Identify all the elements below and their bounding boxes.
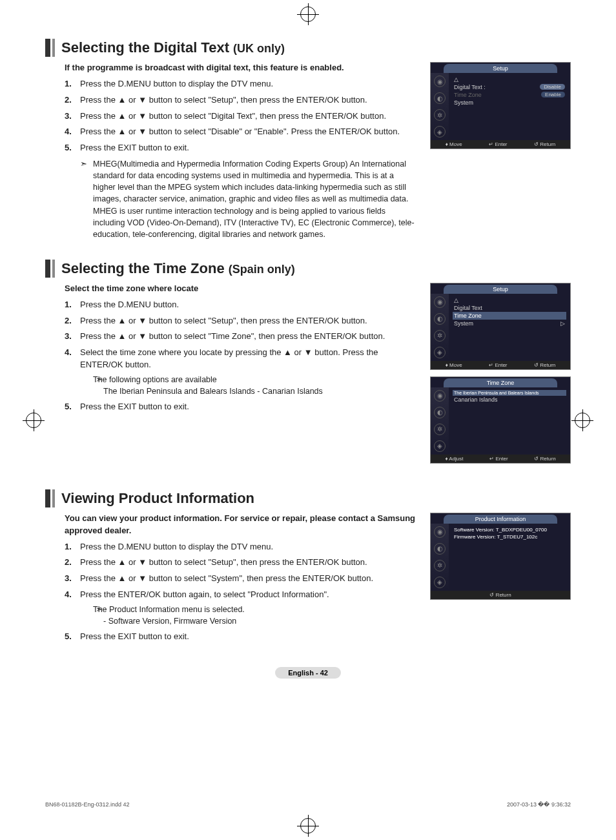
osd-icon: ◈ [434,577,446,588]
triangle-right-icon: ▷ [560,320,565,327]
osd-title: Product Information [444,515,557,524]
step: Press the D.MENU button to display the D… [65,541,417,553]
osd-option-canarian: Canarian Islands [453,396,566,404]
osd-icon: ✲ [434,109,446,121]
section-digital-text: Selecting the Digital Text (UK only) If … [45,39,571,240]
accent-bar-icon [52,260,55,278]
footer-timestamp: 2007-03-13 �� 9:36:32 [507,801,571,808]
step: Select the time zone where you locate by… [65,347,417,397]
subnote-text: The Iberian Peninsula and Balears Island… [80,385,417,397]
osd-title: Setup [444,64,557,73]
osd-sidebar-icons: ◉ ◐ ✲ ◈ [431,524,449,591]
step: Press the ▲ or ▼ button to select "Digit… [65,110,417,123]
osd-icon: ◐ [434,92,446,104]
osd-row-time-zone: Time Zone Enable [453,91,566,99]
osd-sidebar-icons: ◉ ◐ ✲ ◈ [431,73,449,140]
osd-hint-enter: ↵ Enter [489,141,507,147]
step: Press the D.MENU button. [65,299,417,311]
accent-bar-icon [45,39,50,57]
osd-hint-adjust: ♦ Adjust [445,456,463,462]
osd-triangle-up-icon: △ [453,296,566,304]
osd-footer: ♦ Adjust ↵ Enter ↺ Return [431,455,570,463]
osd-hint-move: ♦ Move [446,141,462,147]
registration-mark-icon [575,413,590,428]
section-title: Viewing Product Information [61,490,254,507]
osd-icon: ◉ [434,296,446,308]
osd-title: Setup [444,285,557,294]
osd-hint-move: ♦ Move [446,362,462,368]
step: Press the ▲ or ▼ button to select "Setup… [65,315,417,327]
osd-row-time-zone-selected: Time Zone [453,312,566,320]
osd-column: Product Information ◉ ◐ ✲ ◈ Software Ver… [430,513,571,647]
osd-row-digital-text: Digital Text : Disable [453,83,566,91]
step: Press the EXIT button to exit. [65,631,417,643]
osd-footer: ♦ Move ↵ Enter ↺ Return [431,140,570,149]
registration-mark-icon [300,6,316,22]
accent-bar-icon [52,39,55,57]
section-title: Selecting the Digital Text (UK only) [61,39,285,56]
step: Press the ▲ or ▼ button to select "Time … [65,331,417,343]
osd-icon: ✲ [434,330,446,342]
osd-icon: ◉ [434,390,446,402]
subnote-text: - Software Version, Firmware Version [80,615,417,627]
step: Press the ▲ or ▼ button to select "Syste… [65,573,417,585]
section-title: Selecting the Time Zone (Spain only) [61,260,295,277]
accent-bar-icon [45,260,50,278]
step: Press the ▲ or ▼ button to select "Setup… [65,94,417,107]
osd-column: Setup ◉ ◐ ✲ ◈ △ Digital Text Time Zone [430,283,571,470]
osd-value-disable: Disable [540,84,565,90]
osd-icon: ✲ [434,560,446,571]
step: Press the EXIT button to exit. [65,142,417,154]
steps-list: Press the D.MENU button to display the D… [65,78,417,154]
osd-hint-enter: ↵ Enter [489,362,507,368]
osd-hint-return: ↺ Return [534,362,555,368]
osd-footer: ♦ Move ↵ Enter ↺ Return [431,361,570,369]
osd-icon: ◈ [434,126,446,138]
steps-list: Press the D.MENU button to display the D… [65,541,417,643]
osd-icon: ◐ [434,313,446,325]
registration-mark-icon [300,818,316,834]
osd-hint-return: ↺ Return [489,592,511,598]
osd-icon: ✲ [434,424,446,435]
footer-filename: BN68-01182B-Eng-0312.indd 42 [45,801,130,808]
intro-text: If the programme is broadcast with digit… [65,62,417,74]
osd-icon: ◈ [434,347,446,358]
step: Press the ▲ or ▼ button to select "Disab… [65,126,417,138]
osd-row-system: System [453,99,566,107]
step: Press the ENTER/OK button again, to sele… [65,589,417,627]
osd-hint-return: ↺ Return [534,456,555,462]
step: Press the ▲ or ▼ button to select "Setup… [65,557,417,569]
osd-hint-return: ↺ Return [534,141,555,147]
page-number: English - 42 [45,666,571,678]
osd-title: Time Zone [444,378,557,387]
osd-icon: ◉ [434,76,446,87]
osd-hint-enter: ↵ Enter [489,456,508,462]
section-time-zone: Selecting the Time Zone (Spain only) Sel… [45,260,571,470]
note-text: The following options are available [80,374,417,385]
intro-text: Select the time zone where locate [65,283,417,295]
intro-text: You can view your product information. F… [65,513,417,537]
note-text: MHEG(Multimedia and Hypermedia Informati… [65,158,417,240]
osd-triangle-up-icon: △ [453,76,566,83]
osd-row-system: System ▷ [453,320,566,327]
note-text: The Product Information menu is selected… [80,604,417,615]
osd-time-zone-list: Time Zone ◉ ◐ ✲ ◈ The Iberian Peninsula … [430,376,571,464]
osd-setup-time-zone: Setup ◉ ◐ ✲ ◈ △ Digital Text Time Zone [430,283,571,370]
step: Press the EXIT button to exit. [65,401,417,413]
osd-value-enable: Enable [541,92,565,97]
registration-mark-icon [26,413,41,428]
osd-sidebar-icons: ◉ ◐ ✲ ◈ [431,387,449,455]
osd-column: Setup ◉ ◐ ✲ ◈ △ Digital Text : Di [430,62,571,240]
osd-icon: ◐ [434,543,446,555]
steps-list: Press the D.MENU button. Press the ▲ or … [65,299,417,413]
osd-icon: ◉ [434,526,446,538]
osd-software-version: Software Version: T_BDXPDEU00_0700 [453,526,566,533]
manual-page: Selecting the Digital Text (UK only) If … [0,0,616,840]
osd-setup-digital-text: Setup ◉ ◐ ✲ ◈ △ Digital Text : Di [430,62,571,149]
section-product-info: Viewing Product Information You can view… [45,489,571,647]
accent-bar-icon [45,489,50,507]
osd-footer: ↺ Return [431,591,570,599]
osd-row-digital-text: Digital Text [453,304,566,312]
step: Press the D.MENU button to display the D… [65,78,417,90]
osd-icon: ◈ [434,440,446,452]
